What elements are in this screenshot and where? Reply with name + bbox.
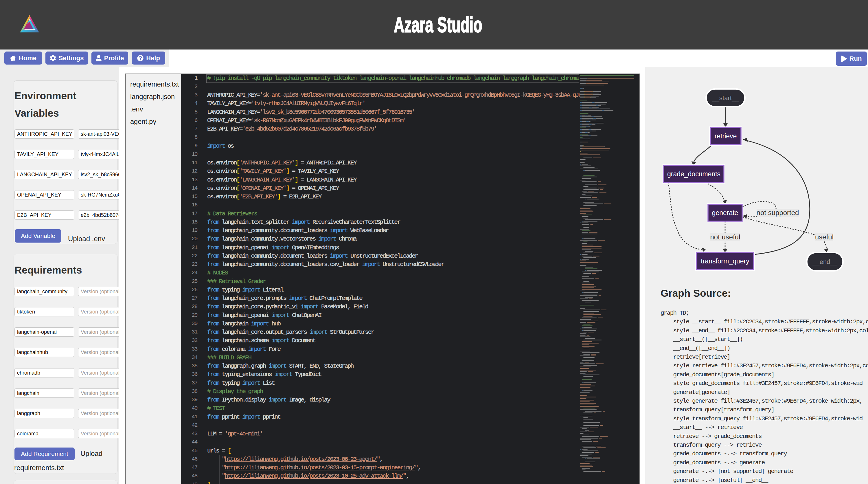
svg-text:__end__: __end__ [812,258,837,266]
svg-text:useful: useful [815,233,834,241]
svg-text:transform_query: transform_query [701,258,749,265]
svg-text:not supported: not supported [756,209,799,216]
svg-text:grade_documents: grade_documents [667,170,720,178]
svg-text:generate: generate [712,209,738,216]
svg-text:__start__: __start__ [712,94,739,101]
svg-text:retrieve: retrieve [715,132,737,140]
svg-text:not useful: not useful [710,233,740,241]
